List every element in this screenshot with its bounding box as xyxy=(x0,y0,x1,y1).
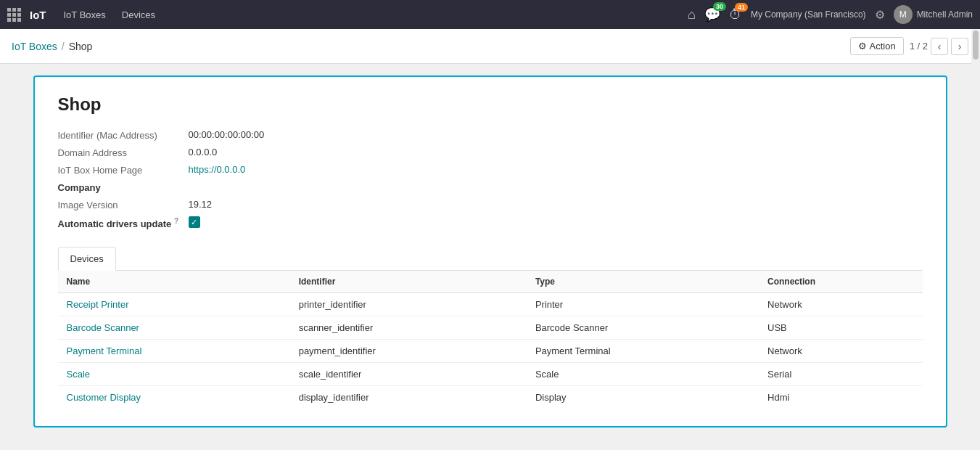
tab-devices[interactable]: Devices xyxy=(58,247,116,271)
scrollbar-thumb[interactable] xyxy=(973,30,979,60)
table-row: Barcode Scannerscanner_identifierBarcode… xyxy=(58,316,923,340)
record-title: Shop xyxy=(58,94,923,115)
cell-device-type: Display xyxy=(527,386,759,409)
page-info: 1 / 2 xyxy=(910,41,928,52)
home-icon-btn[interactable]: ⌂ xyxy=(688,7,696,22)
gear-icon: ⚙ xyxy=(858,41,867,52)
action-button[interactable]: ⚙ Action xyxy=(850,37,904,55)
field-label-domain: Domain Address xyxy=(58,147,189,158)
field-homepage: IoT Box Home Page https://0.0.0.0 xyxy=(58,164,923,176)
user-label: Mitchell Admin xyxy=(917,9,973,20)
table-row: Scalescale_identifierScaleSerial xyxy=(58,363,923,386)
company-label[interactable]: My Company (San Francisco) xyxy=(751,9,866,20)
cell-device-identifier: printer_identifier xyxy=(290,293,527,316)
field-value-domain: 0.0.0.0 xyxy=(189,147,218,158)
cell-device-name[interactable]: Receipt Printer xyxy=(58,293,290,316)
cell-device-name[interactable]: Scale xyxy=(58,363,290,386)
field-label-homepage: IoT Box Home Page xyxy=(58,164,189,176)
clock-badge: 41 xyxy=(735,3,748,12)
navbar: IoT IoT Boxes Devices ⌂ 💬 30 ⏱ 41 My Com… xyxy=(0,0,980,29)
table-header-row: Name Identifier Type Connection xyxy=(58,271,923,293)
page-navigator: 1 / 2 ‹ › xyxy=(910,38,968,55)
cell-device-name[interactable]: Payment Terminal xyxy=(58,340,290,363)
clock-icon-btn[interactable]: ⏱ 41 xyxy=(729,7,742,22)
chat-icon-btn[interactable]: 💬 30 xyxy=(704,7,720,22)
col-header-name: Name xyxy=(58,271,290,293)
field-domain: Domain Address 0.0.0.0 xyxy=(58,147,923,158)
field-value-identifier: 00:00:00:00:00:00 xyxy=(189,129,265,140)
cell-device-type: Barcode Scanner xyxy=(527,316,759,340)
auto-drivers-checkbox[interactable]: ✓ xyxy=(189,216,200,228)
tab-list: Devices xyxy=(58,247,923,270)
cell-device-identifier: payment_identifier xyxy=(290,340,527,363)
field-label-identifier: Identifier (Mac Address) xyxy=(58,129,189,141)
cell-device-identifier: display_identifier xyxy=(290,386,527,409)
cell-device-identifier: scale_identifier xyxy=(290,363,527,386)
next-page-button[interactable]: › xyxy=(951,38,968,55)
field-value-homepage[interactable]: https://0.0.0.0 xyxy=(189,164,246,175)
cell-device-connection: Serial xyxy=(759,363,922,386)
field-company: Company xyxy=(58,181,923,193)
cell-device-type: Payment Terminal xyxy=(527,340,759,363)
cell-device-name[interactable]: Customer Display xyxy=(58,386,290,409)
cell-device-type: Printer xyxy=(527,293,759,316)
table-row: Customer Displaydisplay_identifierDispla… xyxy=(58,386,923,409)
scrollbar[interactable] xyxy=(971,29,980,450)
main-content: Shop Identifier (Mac Address) 00:00:00:0… xyxy=(0,64,980,450)
table-row: Payment Terminalpayment_identifierPaymen… xyxy=(58,340,923,363)
breadcrumb-bar: IoT Boxes / Shop ⚙ Action 1 / 2 ‹ › xyxy=(0,29,980,64)
table-row: Receipt Printerprinter_identifierPrinter… xyxy=(58,293,923,316)
nav-devices[interactable]: Devices xyxy=(116,7,161,23)
field-label-company: Company xyxy=(58,181,189,193)
settings-icon[interactable]: ⚙ xyxy=(875,8,885,22)
cell-device-identifier: scanner_identifier xyxy=(290,316,527,340)
field-auto-drivers: Automatic drivers update ? ✓ xyxy=(58,216,923,229)
breadcrumb-current: Shop xyxy=(69,41,93,52)
col-header-connection: Connection xyxy=(759,271,922,293)
brand-label[interactable]: IoT xyxy=(30,9,46,21)
nav-iot-boxes[interactable]: IoT Boxes xyxy=(58,7,112,23)
field-label-image-version: Image Version xyxy=(58,199,189,210)
navbar-right: ⌂ 💬 30 ⏱ 41 My Company (San Francisco) ⚙… xyxy=(688,5,973,24)
field-value-image-version: 19.12 xyxy=(189,199,213,210)
devices-table: Name Identifier Type Connection Receipt … xyxy=(58,271,923,409)
col-header-identifier: Identifier xyxy=(290,271,527,293)
breadcrumb-actions: ⚙ Action 1 / 2 ‹ › xyxy=(850,37,968,55)
col-header-type: Type xyxy=(527,271,759,293)
field-image-version: Image Version 19.12 xyxy=(58,199,923,210)
cell-device-connection: Hdmi xyxy=(759,386,922,409)
cell-device-name[interactable]: Barcode Scanner xyxy=(58,316,290,340)
apps-icon[interactable] xyxy=(7,8,21,22)
action-label: Action xyxy=(870,41,896,52)
avatar: M xyxy=(894,5,913,24)
chat-badge: 30 xyxy=(713,2,726,11)
field-identifier: Identifier (Mac Address) 00:00:00:00:00:… xyxy=(58,129,923,141)
tabs-container: Devices xyxy=(58,247,923,271)
prev-page-button[interactable]: ‹ xyxy=(931,38,948,55)
cell-device-type: Scale xyxy=(527,363,759,386)
user-menu[interactable]: M Mitchell Admin xyxy=(894,5,973,24)
cell-device-connection: USB xyxy=(759,316,922,340)
record-card: Shop Identifier (Mac Address) 00:00:00:0… xyxy=(33,75,947,428)
cell-device-connection: Network xyxy=(759,340,922,363)
breadcrumb-parent[interactable]: IoT Boxes xyxy=(12,41,57,52)
breadcrumb-separator: / xyxy=(62,41,65,52)
breadcrumb: IoT Boxes / Shop xyxy=(12,41,850,52)
field-label-auto-drivers: Automatic drivers update ? xyxy=(58,216,189,229)
cell-device-connection: Network xyxy=(759,293,922,316)
